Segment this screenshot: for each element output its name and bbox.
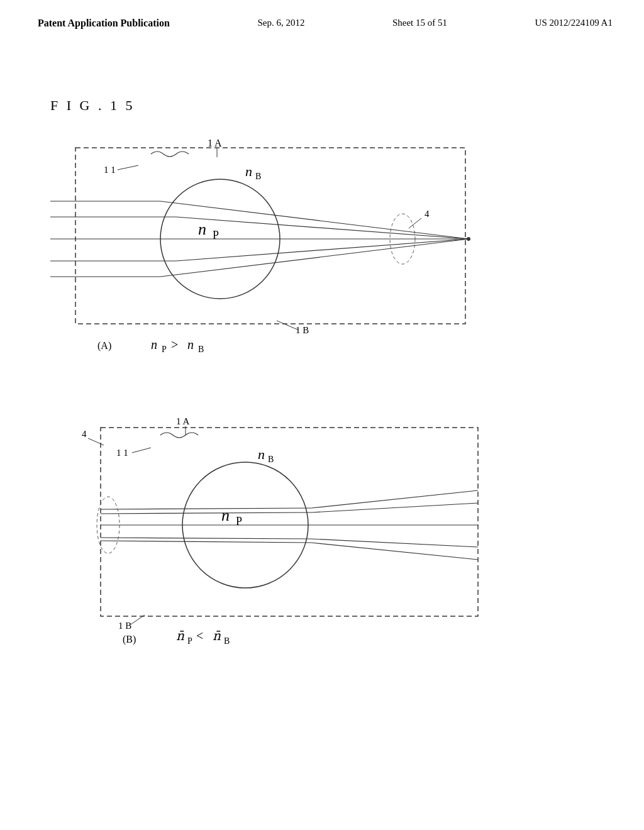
- svg-text:1 A: 1 A: [176, 416, 189, 426]
- svg-text:<: <: [196, 629, 203, 643]
- svg-text:n̄: n̄: [213, 629, 221, 643]
- page-header: Patent Application Publication Sep. 6, 2…: [0, 0, 644, 29]
- svg-line-43: [311, 490, 478, 508]
- svg-text:n: n: [258, 446, 265, 462]
- diagram-a: 1 A 1 1 n B 4 n P: [50, 135, 522, 343]
- publication-date: Sep. 6, 2012: [257, 18, 304, 28]
- svg-text:B: B: [224, 636, 230, 646]
- diagram-b: 4 1 A 1 1 n B n P: [50, 409, 541, 641]
- svg-line-13: [160, 201, 469, 239]
- svg-text:1 B: 1 B: [296, 325, 309, 335]
- svg-text:1 B: 1 B: [118, 621, 131, 631]
- svg-line-49: [101, 508, 311, 509]
- svg-text:n: n: [198, 220, 206, 238]
- svg-text:1 1: 1 1: [116, 448, 128, 458]
- svg-line-4: [118, 165, 138, 170]
- svg-text:B: B: [198, 345, 204, 354]
- svg-text:n: n: [245, 163, 252, 179]
- svg-text:1 A: 1 A: [208, 138, 222, 148]
- svg-text:n̄: n̄: [176, 629, 184, 643]
- svg-line-46: [311, 539, 478, 547]
- svg-line-47: [311, 543, 478, 560]
- svg-rect-31: [101, 428, 478, 616]
- svg-text:P: P: [213, 229, 219, 241]
- svg-line-8: [409, 218, 421, 228]
- svg-line-52: [101, 541, 311, 543]
- svg-line-37: [132, 448, 151, 453]
- svg-line-33: [88, 438, 104, 445]
- sheet-info: Sheet 15 of 51: [392, 18, 447, 28]
- svg-text:4: 4: [425, 209, 430, 219]
- patent-number: US 2012/224109 A1: [535, 18, 613, 28]
- svg-text:B: B: [268, 455, 274, 464]
- svg-line-20: [160, 239, 469, 277]
- svg-text:1 1: 1 1: [104, 165, 116, 175]
- svg-text:n: n: [187, 338, 194, 351]
- svg-line-51: [101, 538, 311, 539]
- svg-text:n: n: [151, 338, 157, 351]
- svg-text:(A): (A): [97, 340, 111, 351]
- svg-line-15: [176, 217, 469, 239]
- publication-title: Patent Application Publication: [38, 18, 170, 29]
- svg-line-44: [311, 503, 478, 512]
- svg-text:(B): (B): [123, 634, 136, 645]
- svg-point-21: [467, 237, 470, 241]
- svg-text:4: 4: [82, 429, 87, 439]
- svg-text:B: B: [255, 172, 261, 181]
- svg-line-50: [101, 512, 311, 514]
- svg-line-18: [176, 239, 469, 261]
- svg-rect-0: [75, 148, 465, 324]
- svg-text:P: P: [236, 515, 242, 528]
- svg-text:>: >: [171, 338, 178, 351]
- figure-title: F I G . 1 5: [50, 97, 135, 114]
- svg-text:P: P: [162, 345, 167, 354]
- svg-text:P: P: [187, 636, 192, 646]
